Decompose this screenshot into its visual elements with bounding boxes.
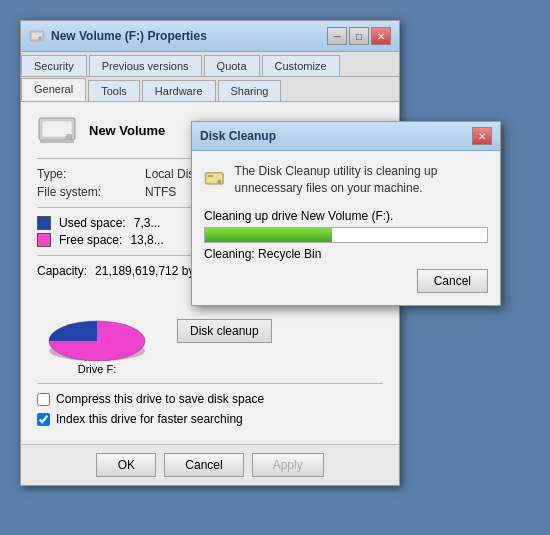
tab-customize[interactable]: Customize bbox=[262, 55, 340, 76]
popup-title: Disk Cleanup bbox=[200, 129, 276, 143]
progress-bar-outer bbox=[204, 227, 488, 243]
compress-label: Compress this drive to save disk space bbox=[56, 392, 264, 406]
used-color-box bbox=[37, 216, 51, 230]
type-label: Type: bbox=[37, 167, 137, 181]
tab-hardware[interactable]: Hardware bbox=[142, 80, 216, 101]
title-bar-buttons: ─ □ ✕ bbox=[327, 27, 391, 45]
drive-label: Drive F: bbox=[78, 363, 117, 375]
tabs-row2: General Tools Hardware Sharing bbox=[21, 77, 399, 102]
capacity-label: Capacity: bbox=[37, 264, 87, 278]
svg-rect-12 bbox=[208, 175, 213, 177]
tab-general[interactable]: General bbox=[21, 78, 86, 101]
drive-name: New Volume bbox=[89, 123, 165, 138]
minimize-button[interactable]: ─ bbox=[327, 27, 347, 45]
svg-rect-6 bbox=[40, 140, 74, 143]
index-checkbox[interactable] bbox=[37, 413, 50, 426]
svg-point-5 bbox=[66, 134, 72, 140]
title-bar: New Volume (F:) Properties ─ □ ✕ bbox=[21, 21, 399, 52]
index-checkbox-row: Index this drive for faster searching bbox=[37, 412, 383, 426]
title-drive-icon bbox=[29, 28, 45, 44]
popup-top: The Disk Cleanup utility is cleaning up … bbox=[204, 163, 488, 197]
title-bar-left: New Volume (F:) Properties bbox=[29, 28, 207, 44]
tab-sharing[interactable]: Sharing bbox=[218, 80, 282, 101]
svg-point-2 bbox=[39, 37, 42, 40]
action-bar: OK Cancel Apply bbox=[21, 444, 399, 485]
used-value: 7,3... bbox=[134, 216, 161, 230]
main-window: New Volume (F:) Properties ─ □ ✕ Securit… bbox=[20, 20, 400, 486]
close-button[interactable]: ✕ bbox=[371, 27, 391, 45]
popup-title-bar: Disk Cleanup ✕ bbox=[192, 122, 500, 151]
popup-content: The Disk Cleanup utility is cleaning up … bbox=[192, 151, 500, 305]
tab-tools[interactable]: Tools bbox=[88, 80, 140, 101]
maximize-button[interactable]: □ bbox=[349, 27, 369, 45]
progress-section: Cleaning up drive New Volume (F:). Clean… bbox=[204, 209, 488, 261]
popup-close-button[interactable]: ✕ bbox=[472, 127, 492, 145]
drive-icon bbox=[37, 114, 77, 146]
popup-cancel-button[interactable]: Cancel bbox=[417, 269, 488, 293]
used-label: Used space: bbox=[59, 216, 126, 230]
cancel-button[interactable]: Cancel bbox=[164, 453, 243, 477]
free-label: Free space: bbox=[59, 233, 122, 247]
progress-bar-inner bbox=[205, 228, 332, 242]
fs-label: File system: bbox=[37, 185, 137, 199]
popup-disk-icon bbox=[204, 163, 225, 195]
index-label: Index this drive for faster searching bbox=[56, 412, 243, 426]
tabs-row1: Security Previous versions Quota Customi… bbox=[21, 52, 399, 77]
progress-label: Cleaning up drive New Volume (F:). bbox=[204, 209, 488, 223]
bottom-separator bbox=[37, 383, 383, 384]
popup-message: The Disk Cleanup utility is cleaning up … bbox=[235, 163, 488, 197]
tab-quota[interactable]: Quota bbox=[204, 55, 260, 76]
compress-checkbox[interactable] bbox=[37, 393, 50, 406]
popup-btn-row: Cancel bbox=[204, 269, 488, 293]
popup-window: Disk Cleanup ✕ The Disk Cleanup utility … bbox=[191, 121, 501, 306]
apply-button[interactable]: Apply bbox=[252, 453, 324, 477]
cleaning-status: Cleaning: Recycle Bin bbox=[204, 247, 488, 261]
ok-button[interactable]: OK bbox=[96, 453, 156, 477]
svg-point-13 bbox=[218, 180, 221, 183]
disk-cleanup-button[interactable]: Disk cleanup bbox=[177, 319, 272, 343]
tab-security[interactable]: Security bbox=[21, 55, 87, 76]
free-color-box bbox=[37, 233, 51, 247]
tab-previous-versions[interactable]: Previous versions bbox=[89, 55, 202, 76]
pie-chart bbox=[37, 286, 157, 361]
compress-checkbox-row: Compress this drive to save disk space bbox=[37, 392, 383, 406]
free-value: 13,8... bbox=[130, 233, 163, 247]
main-window-title: New Volume (F:) Properties bbox=[51, 29, 207, 43]
pie-section: Drive F: bbox=[37, 286, 157, 375]
